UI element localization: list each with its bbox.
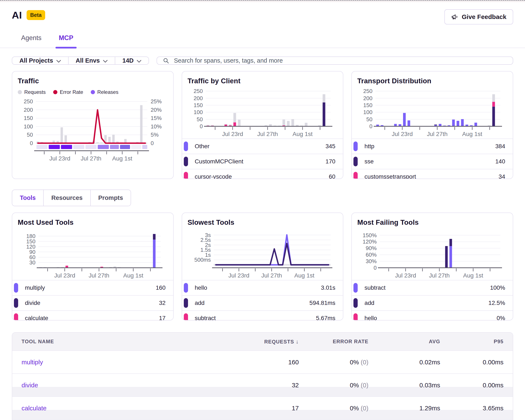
legend-row-http[interactable]: http384: [352, 138, 513, 154]
search-bar: [157, 56, 513, 65]
table-row-calculate[interactable]: calculate170% (0)1.29ms3.65ms: [12, 396, 513, 419]
legend-label: hello: [365, 315, 377, 320]
legend-value: 3.01s: [321, 284, 336, 291]
svg-text:Jul 23rd: Jul 23rd: [395, 272, 416, 279]
legend-rows-transport: http384sse140customssetransport34: [352, 138, 513, 179]
card-used: Most Used Tools306090120150180Jul 23rdJu…: [12, 212, 174, 320]
tool-link-divide[interactable]: divide: [21, 382, 38, 389]
browser-top-strip: [0, 0, 525, 2]
svg-text:200: 200: [24, 107, 33, 113]
legend-row-subtract[interactable]: subtract5.67ms: [182, 310, 343, 320]
table-row-multiply[interactable]: multiply1600% (0)0.02ms0.00ms: [12, 350, 513, 374]
legend-dot-label: Releases: [97, 89, 118, 95]
search-input[interactable]: [173, 57, 507, 64]
give-feedback-label: Give Feedback: [462, 13, 506, 20]
legend-swatch: [184, 172, 188, 179]
brand: AI Beta: [12, 9, 45, 21]
col-header-error-rate[interactable]: ERROR RATE: [299, 339, 368, 345]
legend-row-cursor-vscode[interactable]: cursor-vscode60: [182, 169, 343, 179]
svg-text:250: 250: [194, 88, 203, 94]
tool-link-multiply[interactable]: multiply: [21, 359, 43, 365]
tab-agents[interactable]: Agents: [20, 34, 43, 48]
svg-text:Jul 23rd: Jul 23rd: [49, 155, 70, 162]
legend-row-sse[interactable]: sse140: [352, 154, 513, 169]
col-header-tool-name[interactable]: TOOL NAME: [21, 339, 242, 345]
legend-dot-label: Requests: [24, 89, 46, 95]
legend-value: 12.5%: [488, 300, 505, 306]
series-dot-icon: [18, 90, 22, 94]
legend-row-multiply[interactable]: multiply160: [12, 280, 173, 295]
tab-mcp[interactable]: MCP: [58, 34, 75, 48]
subtabs-wrap: Tools Resources Prompts: [12, 190, 513, 206]
col-header-avg[interactable]: AVG: [368, 339, 440, 345]
svg-text:250: 250: [24, 98, 33, 105]
legend-label: hello: [195, 284, 207, 291]
give-feedback-button[interactable]: Give Feedback: [444, 9, 513, 25]
filter-group: All Projects All Envs 14D: [12, 56, 149, 65]
project-filter[interactable]: All Projects: [12, 57, 68, 64]
beta-badge: Beta: [27, 10, 45, 20]
legend-row-add[interactable]: add12.5%: [352, 295, 513, 310]
date-range-filter[interactable]: 14D: [115, 57, 149, 64]
col-header-label: P95: [494, 339, 504, 344]
tool-link-calculate[interactable]: calculate: [21, 405, 47, 411]
svg-text:0: 0: [374, 265, 377, 271]
svg-text:Aug 1st: Aug 1st: [292, 131, 312, 137]
charts-row-1: TrafficRequestsError RateReleases0501001…: [12, 71, 513, 179]
card-title-traffic: Traffic: [18, 77, 168, 85]
legend-row-hello[interactable]: hello3.01s: [182, 280, 343, 295]
svg-text:15%: 15%: [151, 115, 162, 121]
card-transport: Transport Distribution050100150200250Jul…: [351, 71, 513, 179]
svg-text:Jul 27th: Jul 27th: [89, 272, 109, 279]
svg-text:50: 50: [27, 132, 33, 138]
legend-row-custommcpclient[interactable]: CustomMCPClient170: [182, 154, 343, 169]
subtab-tools[interactable]: Tools: [12, 190, 43, 206]
chart-slowest: 500ms1s1.5s2s2.5s3sJul 23rdJul 27thAug 1…: [188, 229, 337, 280]
legend-row-divide[interactable]: divide32: [12, 295, 173, 310]
legend-label: subtract: [365, 284, 385, 291]
cell-avg: 0.02ms: [368, 359, 440, 366]
mcp-subtabs: Tools Resources Prompts: [12, 190, 131, 206]
series-dot-icon: [91, 90, 95, 94]
col-header-p95[interactable]: P95: [440, 339, 504, 345]
error-count: (0): [361, 359, 368, 365]
legend-row-hello[interactable]: hello0%: [352, 310, 513, 320]
legend-row-add[interactable]: add594.81ms: [182, 295, 343, 310]
legend-row-customssetransport[interactable]: customssetransport34: [352, 169, 513, 179]
col-header-requests[interactable]: REQUESTS↓: [242, 338, 299, 345]
search-icon: [163, 58, 169, 64]
env-filter[interactable]: All Envs: [68, 57, 115, 64]
page-title: AI: [12, 9, 22, 21]
cell-error-rate: 0% (0): [299, 359, 368, 366]
svg-text:Aug 1st: Aug 1st: [463, 272, 483, 279]
filter-toolbar: All Projects All Envs 14D: [12, 56, 513, 65]
svg-text:5%: 5%: [151, 132, 159, 138]
card-title-transport: Transport Distribution: [357, 77, 507, 85]
svg-text:120%: 120%: [363, 238, 377, 245]
legend-row-subtract[interactable]: subtract100%: [352, 280, 513, 295]
legend-value: 384: [495, 143, 505, 150]
svg-text:Aug 1st: Aug 1st: [462, 131, 482, 137]
card-title-failing: Most Failing Tools: [357, 219, 507, 227]
error-count: (0): [361, 382, 368, 389]
legend-label: multiply: [25, 284, 45, 291]
legend-value: 170: [326, 158, 336, 165]
svg-text:25%: 25%: [151, 98, 162, 105]
legend-rows-failing: subtract100%add12.5%hello0%: [352, 280, 513, 320]
legend-row-other[interactable]: Other345: [182, 138, 343, 154]
legend-value: 34: [499, 173, 505, 179]
chart-failing: 030%60%90%120%150%Jul 23rdJul 27thAug 1s…: [357, 229, 507, 280]
subtab-prompts[interactable]: Prompts: [90, 190, 131, 206]
chart-used: 306090120150180Jul 23rdJul 27thAug 1st: [18, 229, 167, 280]
legend-row-calculate[interactable]: calculate17: [12, 310, 173, 320]
legend-dot-label: Error Rate: [60, 89, 83, 95]
legend-label: add: [195, 300, 205, 306]
table-row-divide[interactable]: divide320% (0)0.03ms0.00ms: [12, 374, 513, 396]
env-filter-label: All Envs: [76, 57, 100, 64]
col-header-label: TOOL NAME: [21, 339, 54, 344]
legend-value: 5.67ms: [316, 315, 336, 320]
col-header-label: AVG: [429, 339, 440, 344]
svg-text:Jul 23rd: Jul 23rd: [228, 272, 249, 279]
subtab-resources[interactable]: Resources: [43, 190, 90, 206]
megaphone-icon: [451, 13, 458, 20]
